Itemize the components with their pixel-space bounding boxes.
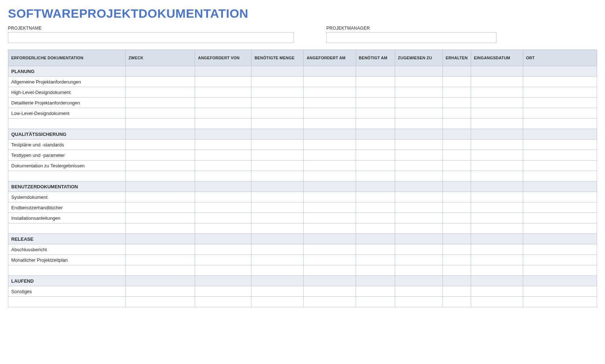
table-cell[interactable]: [195, 87, 251, 98]
table-cell[interactable]: [443, 160, 471, 171]
table-cell[interactable]: [251, 244, 304, 255]
table-cell[interactable]: [251, 202, 304, 213]
table-cell[interactable]: [471, 255, 523, 265]
table-cell[interactable]: [356, 192, 395, 202]
table-cell[interactable]: [395, 223, 443, 234]
table-cell[interactable]: [395, 202, 443, 213]
table-cell[interactable]: [195, 244, 251, 255]
table-cell[interactable]: [523, 255, 597, 265]
table-cell[interactable]: [471, 150, 523, 160]
table-cell[interactable]: [471, 140, 523, 150]
table-cell[interactable]: [471, 234, 523, 244]
table-cell[interactable]: [304, 150, 356, 160]
table-cell[interactable]: [471, 181, 523, 192]
table-cell[interactable]: [195, 66, 251, 77]
table-cell[interactable]: [471, 244, 523, 255]
table-cell[interactable]: [356, 119, 395, 129]
table-cell[interactable]: [126, 244, 195, 255]
table-cell[interactable]: [126, 223, 195, 234]
table-cell[interactable]: [195, 119, 251, 129]
table-cell[interactable]: [356, 77, 395, 87]
table-cell[interactable]: [443, 192, 471, 202]
table-cell[interactable]: [251, 297, 304, 307]
table-cell[interactable]: [443, 223, 471, 234]
table-cell[interactable]: [195, 297, 251, 307]
table-cell[interactable]: [356, 171, 395, 181]
table-cell[interactable]: [304, 297, 356, 307]
table-cell[interactable]: [126, 255, 195, 265]
table-cell[interactable]: [395, 140, 443, 150]
table-cell[interactable]: [471, 66, 523, 77]
table-cell[interactable]: [304, 77, 356, 87]
table-cell[interactable]: [304, 66, 356, 77]
table-cell[interactable]: [126, 202, 195, 213]
table-cell[interactable]: [251, 77, 304, 87]
table-cell[interactable]: [395, 286, 443, 297]
table-cell[interactable]: [195, 140, 251, 150]
table-cell[interactable]: [523, 129, 597, 140]
table-cell[interactable]: [443, 265, 471, 276]
table-cell[interactable]: [443, 108, 471, 119]
table-cell[interactable]: [304, 265, 356, 276]
table-cell[interactable]: [395, 77, 443, 87]
table-cell[interactable]: [251, 150, 304, 160]
table-cell[interactable]: [126, 276, 195, 286]
table-cell[interactable]: [523, 66, 597, 77]
table-cell[interactable]: [195, 265, 251, 276]
projectname-input[interactable]: [8, 32, 294, 43]
table-cell[interactable]: [195, 234, 251, 244]
table-cell[interactable]: [356, 129, 395, 140]
table-cell[interactable]: [523, 87, 597, 98]
table-cell[interactable]: [126, 171, 195, 181]
table-cell[interactable]: [304, 119, 356, 129]
table-cell[interactable]: [356, 244, 395, 255]
table-cell[interactable]: [195, 129, 251, 140]
table-cell[interactable]: [304, 244, 356, 255]
table-cell[interactable]: [126, 286, 195, 297]
table-cell[interactable]: [195, 108, 251, 119]
table-cell[interactable]: [471, 77, 523, 87]
table-cell[interactable]: [443, 66, 471, 77]
table-cell[interactable]: [395, 150, 443, 160]
table-cell[interactable]: [443, 150, 471, 160]
table-cell[interactable]: [471, 265, 523, 276]
table-cell[interactable]: [356, 276, 395, 286]
table-cell[interactable]: [304, 286, 356, 297]
table-cell[interactable]: [251, 98, 304, 108]
table-cell[interactable]: [356, 140, 395, 150]
table-cell[interactable]: [251, 255, 304, 265]
table-cell[interactable]: [443, 255, 471, 265]
table-cell[interactable]: [126, 181, 195, 192]
table-cell[interactable]: [126, 192, 195, 202]
table-cell[interactable]: [523, 108, 597, 119]
table-cell[interactable]: [195, 98, 251, 108]
table-cell[interactable]: [126, 234, 195, 244]
table-cell[interactable]: [126, 160, 195, 171]
table-cell[interactable]: [304, 202, 356, 213]
table-cell[interactable]: [356, 265, 395, 276]
table-cell[interactable]: [251, 192, 304, 202]
table-cell[interactable]: [126, 150, 195, 160]
table-cell[interactable]: [395, 181, 443, 192]
table-cell[interactable]: [471, 213, 523, 223]
table-cell[interactable]: [356, 150, 395, 160]
table-cell[interactable]: [251, 66, 304, 77]
table-cell[interactable]: [195, 213, 251, 223]
table-cell[interactable]: [395, 160, 443, 171]
table-cell[interactable]: [356, 87, 395, 98]
table-cell[interactable]: [251, 129, 304, 140]
table-cell[interactable]: [395, 108, 443, 119]
table-cell[interactable]: [356, 108, 395, 119]
table-cell[interactable]: [126, 119, 195, 129]
table-cell[interactable]: [471, 202, 523, 213]
table-cell[interactable]: [395, 171, 443, 181]
table-cell[interactable]: [395, 297, 443, 307]
table-cell[interactable]: [304, 160, 356, 171]
table-cell[interactable]: [523, 223, 597, 234]
table-cell[interactable]: [471, 276, 523, 286]
table-cell[interactable]: [471, 171, 523, 181]
table-cell[interactable]: [251, 140, 304, 150]
table-cell[interactable]: [251, 223, 304, 234]
table-cell[interactable]: [251, 87, 304, 98]
table-cell[interactable]: [471, 98, 523, 108]
